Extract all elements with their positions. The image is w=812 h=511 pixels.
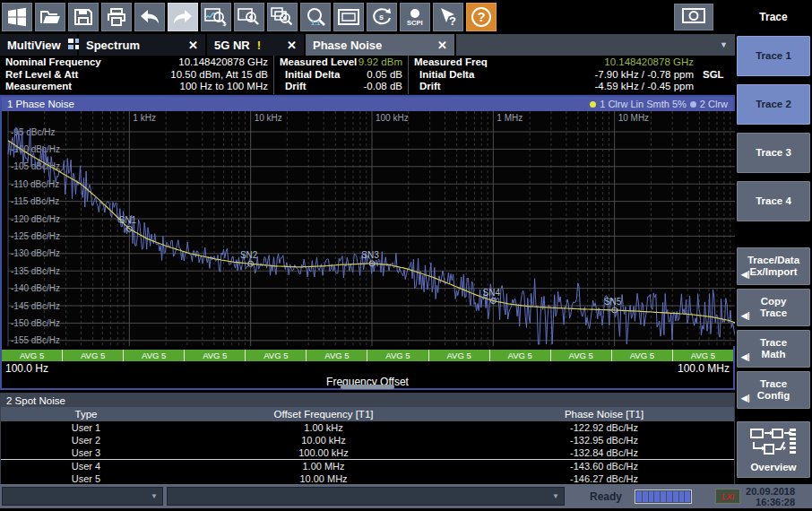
avg-count-segment: AVG 5 — [367, 350, 428, 361]
zoom-multi-icon — [271, 7, 294, 27]
svg-text:SCPI: SCPI — [407, 19, 423, 27]
windows-logo-icon — [6, 7, 28, 27]
info-value: 100 Hz to 100 MHz — [180, 81, 268, 93]
avg-count-segment: AVG 5 — [490, 350, 551, 361]
sequence-button[interactable]: s — [367, 3, 397, 31]
y-tick-label: -120 dBc/Hz — [11, 214, 60, 224]
close-icon[interactable]: ✕ — [287, 39, 297, 52]
progress-segment — [673, 491, 678, 502]
avg-count-segment: AVG 5 — [551, 350, 612, 361]
status-dropdown-message[interactable]: ▼ — [167, 487, 565, 506]
progress-segment — [649, 491, 654, 502]
avg-count-segment: AVG 5 — [185, 350, 246, 361]
single-sweep-indicator: SGL — [703, 69, 730, 82]
info-col2: Measured Level9.92 dBmInitial Delta0.05 … — [273, 56, 408, 94]
datetime-display[interactable]: 20.09.2018 16:36:28 — [746, 486, 795, 507]
softkey-trace-1[interactable]: Trace 1 — [737, 36, 810, 76]
toolbar: 1:1sSCPI?? — [0, 0, 735, 34]
softkey-trace-config[interactable]: TraceConfig◀| — [737, 371, 810, 409]
avg-count-segment: AVG 5 — [429, 350, 490, 361]
scpi-button[interactable]: SCPI — [400, 3, 430, 31]
tab-multiview[interactable]: MultiView — [0, 34, 79, 56]
marker-label: SN2 — [240, 250, 258, 260]
table-row[interactable]: User 510.00 MHz-146.27 dBc/Hz — [1, 472, 734, 485]
softkey-trace-3[interactable]: Trace 3 — [737, 133, 810, 173]
chevron-down-icon[interactable]: ▼ — [720, 40, 735, 49]
display-button[interactable] — [333, 3, 364, 31]
windows-logo-button[interactable] — [2, 3, 32, 31]
softkey-label: CopyTrace — [760, 296, 787, 319]
phase-noise-window: 1 Phase Noise 1 Clrw Lin Smth 5%2 Clrw -… — [0, 95, 735, 390]
spot-noise: -132.95 dBc/Hz — [476, 435, 732, 446]
table-row[interactable]: User 3100.00 kHz-132.84 dBc/Hz — [1, 446, 734, 459]
avg-count-segment: AVG 5 — [63, 350, 124, 361]
status-dropdown-left[interactable]: ▼ — [2, 487, 163, 506]
help-button[interactable]: ? — [466, 3, 497, 31]
softkey-label: Trace 1 — [756, 50, 791, 62]
undo-button[interactable] — [134, 3, 165, 31]
tab-phase-noise[interactable]: Phase Noise✕ — [306, 34, 456, 56]
save-button[interactable] — [68, 3, 99, 31]
info-label: Ref Level & Att — [5, 69, 78, 82]
table-row[interactable]: User 11.00 kHz-122.92 dBc/Hz — [1, 421, 734, 434]
phase-noise-window-titlebar[interactable]: 1 Phase Noise 1 Clrw Lin Smth 5%2 Clrw — [2, 97, 733, 111]
spot-offset: 10.00 kHz — [171, 435, 476, 446]
softkey-trace-4[interactable]: Trace 4 — [737, 181, 810, 221]
y-tick-label: -95 dBc/Hz — [11, 127, 55, 137]
zoom-graph-button[interactable] — [201, 3, 231, 31]
screenshot-button[interactable] — [674, 4, 713, 30]
analyzer-window: 1:1sSCPI?? MultiViewSpectrum✕5G NR!✕Phas… — [0, 0, 812, 511]
softkey-trace-math[interactable]: TraceMath◀| — [737, 330, 810, 368]
spot-noise-header-row: TypeOffset Frequency [T1]Phase Noise [T1… — [1, 407, 734, 421]
tab-spectrum[interactable]: Spectrum✕ — [79, 34, 207, 56]
softkey-trace-2[interactable]: Trace 2 — [737, 84, 810, 125]
legend-entry: 1 Clrw Lin Smth 5% — [600, 99, 687, 109]
info-value: -4.59 kHz / -0.45 ppm — [594, 81, 694, 93]
context-help-button[interactable]: ? — [433, 3, 463, 31]
open-file-button[interactable] — [35, 3, 65, 31]
zoom-multi-button[interactable] — [267, 3, 298, 31]
zoom-area-button[interactable] — [234, 3, 264, 31]
spot-noise: -122.92 dBc/Hz — [476, 422, 732, 433]
close-icon[interactable]: ✕ — [437, 39, 447, 52]
tabbar-filler: ▼ — [456, 34, 735, 56]
avg-count-segment: AVG 5 — [612, 350, 673, 361]
x-axis-endpoints: 100.0 Hz 100.0 MHz — [2, 361, 733, 376]
info-row: Drift-0.08 dB — [280, 81, 402, 93]
info-row: Initial Delta0.05 dB — [280, 69, 402, 82]
avg-indicator-bar: AVG 5AVG 5AVG 5AVG 5AVG 5AVG 5AVG 5AVG 5… — [2, 350, 733, 361]
info-value: -7.90 kHz / -0.78 ppm — [594, 69, 694, 82]
progress-segment — [654, 491, 660, 502]
y-tick-label: -125 dBc/Hz — [11, 231, 60, 241]
spot-type: User 3 — [1, 447, 171, 458]
info-label: Measured Freq — [414, 56, 488, 69]
svg-text:?: ? — [449, 14, 456, 27]
marker-label: SN5 — [604, 297, 622, 307]
window-splitter-handle[interactable] — [341, 385, 394, 389]
spot-noise: -146.27 dBc/Hz — [476, 473, 732, 484]
spot-noise-window: 2 Spot Noise TypeOffset Frequency [T1]Ph… — [0, 393, 735, 486]
table-row[interactable]: User 210.00 kHz-132.95 dBc/Hz — [1, 434, 734, 446]
print-button[interactable] — [101, 3, 132, 31]
lxi-logo: LXI — [715, 489, 740, 504]
table-row[interactable]: User 41.00 MHz-143.60 dBc/Hz — [1, 459, 734, 472]
zoom-1to1-button[interactable]: 1:1 — [300, 3, 331, 31]
softkey-trace-data-ex-import[interactable]: Trace/DataEx/Import◀| — [737, 247, 810, 285]
phase-noise-plot[interactable]: -95 dBc/Hz-100 dBc/Hz-105 dBc/Hz-110 dBc… — [2, 111, 737, 346]
avg-count-segment: AVG 5 — [307, 350, 367, 361]
date-label: 20.09.2018 — [746, 486, 795, 497]
y-tick-label: -115 dBc/Hz — [11, 196, 59, 206]
spot-noise-titlebar[interactable]: 2 Spot Noise — [1, 394, 734, 407]
spot-col-header: Phase Noise [T1] — [476, 409, 732, 420]
status-ready-label: Ready — [590, 490, 622, 503]
close-icon[interactable]: ✕ — [188, 39, 198, 52]
softkey-copy-trace[interactable]: CopyTrace◀| — [737, 289, 810, 326]
context-help-icon: ? — [437, 7, 459, 27]
softkey-overview[interactable]: Overview — [737, 421, 810, 478]
x-tick-label: 10 MHz — [618, 113, 649, 123]
single-sweep-indicator — [703, 56, 730, 69]
avg-count-segment: AVG 5 — [673, 350, 733, 361]
softkey-menu-title: Trace — [735, 0, 812, 34]
tab-5g-nr[interactable]: 5G NR!✕ — [207, 34, 306, 56]
progress-segment — [636, 491, 642, 502]
